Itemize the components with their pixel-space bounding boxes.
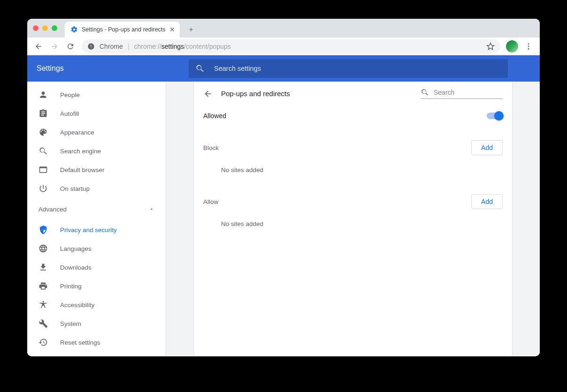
address-bar[interactable]: Chrome | chrome://settings/content/popup… [82,39,500,53]
svg-point-1 [528,45,529,47]
allow-empty-text: No sites added [194,214,512,236]
profile-avatar[interactable] [506,40,518,53]
content-panel: Pop-ups and redirects Allowed B [193,82,513,356]
sidebar-item-default-browser[interactable]: Default browser [27,160,166,179]
sidebar-item-label: System [60,320,81,327]
close-window-button[interactable] [33,25,38,31]
sidebar-item-printing[interactable]: Printing [27,277,166,295]
sidebar-item-label: Autofill [60,110,79,117]
new-tab-button[interactable] [184,23,198,36]
app-title: Settings [37,64,64,73]
tab-strip: Settings - Pop-ups and redirects ✕ [27,19,540,38]
search-icon [195,64,205,73]
restore-icon [38,338,48,347]
sidebar-item-label: People [60,91,80,98]
download-icon [38,263,48,272]
clipboard-icon [38,109,48,118]
page-search-input[interactable] [433,88,517,97]
wrench-icon [38,319,48,328]
browser-tab[interactable]: Settings - Pop-ups and redirects ✕ [65,22,180,38]
power-icon [38,184,48,193]
svg-point-0 [528,43,529,45]
search-icon [38,146,48,156]
sidebar-item-languages[interactable]: Languages [27,239,166,258]
content-wrap: Pop-ups and redirects Allowed B [166,82,540,356]
palette-icon [38,128,48,137]
site-info-icon[interactable] [87,43,95,50]
sidebar-item-label: Reset settings [60,339,100,346]
allowed-label: Allowed [203,112,226,120]
bookmark-star-icon[interactable] [486,42,495,51]
globe-icon [38,244,48,253]
person-icon [38,90,48,99]
settings-header: Settings [27,55,540,82]
sidebar: People Autofill Appearance Search engine… [27,82,166,356]
browser-window: Settings - Pop-ups and redirects ✕ Chrom… [27,19,540,356]
sidebar-item-on-startup[interactable]: On startup [27,179,166,198]
search-icon [421,88,429,97]
sidebar-item-downloads[interactable]: Downloads [27,258,166,277]
forward-button[interactable] [47,39,62,54]
header-search-input[interactable] [213,64,501,73]
sidebar-item-label: On startup [60,185,90,192]
sidebar-item-autofill[interactable]: Autofill [27,104,166,123]
menu-button[interactable] [521,39,536,54]
chevron-up-icon [149,206,154,212]
window-controls [33,25,57,31]
sidebar-item-label: Appearance [60,129,94,136]
allow-add-button[interactable]: Add [471,194,503,209]
sidebar-item-appearance[interactable]: Appearance [27,123,166,142]
tab-title: Settings - Pop-ups and redirects [82,26,166,33]
sidebar-item-people[interactable]: People [27,85,166,104]
reload-button[interactable] [63,39,78,54]
close-tab-button[interactable]: ✕ [169,26,175,33]
sidebar-item-label: Downloads [60,264,92,271]
sidebar-item-label: Printing [60,283,82,290]
sidebar-item-label: Default browser [60,166,105,173]
page-search[interactable] [421,88,503,99]
allow-label: Allow [203,198,218,205]
accessibility-icon [38,300,48,309]
sidebar-item-label: Search engine [60,148,101,155]
allowed-toggle[interactable] [487,113,503,119]
sidebar-item-search-engine[interactable]: Search engine [27,142,166,160]
sidebar-advanced-toggle[interactable]: Advanced [27,198,166,220]
sidebar-item-system[interactable]: System [27,314,166,333]
block-add-button[interactable]: Add [471,140,503,155]
minimize-window-button[interactable] [42,25,48,31]
toggle-knob [494,111,504,121]
sidebar-item-label: Accessibility [60,302,95,309]
app-body: People Autofill Appearance Search engine… [27,82,540,356]
allowed-row: Allowed [194,104,512,128]
printer-icon [38,281,48,291]
block-label: Block [203,144,219,151]
back-arrow-button[interactable] [203,89,213,98]
gear-icon [70,26,78,33]
sidebar-item-label: Languages [60,245,92,252]
svg-point-2 [528,48,529,49]
fullscreen-window-button[interactable] [52,25,57,31]
page-title: Pop-ups and redirects [221,90,290,98]
back-button[interactable] [31,39,46,54]
content-header: Pop-ups and redirects [194,82,512,104]
header-search[interactable] [189,59,508,78]
omnibox-url: chrome://settings/content/popups [134,43,230,50]
allow-section-header: Allow Add [194,189,512,214]
browser-toolbar: Chrome | chrome://settings/content/popup… [27,38,540,55]
sidebar-item-reset-settings[interactable]: Reset settings [27,333,166,352]
sidebar-item-label: Privacy and security [60,226,117,234]
browser-icon [38,165,48,174]
block-section-header: Block Add [194,136,512,160]
sidebar-item-accessibility[interactable]: Accessibility [27,295,166,314]
shield-icon [38,225,48,234]
block-empty-text: No sites added [194,160,512,182]
advanced-label: Advanced [38,206,67,213]
omnibox-host: Chrome [100,43,123,50]
sidebar-item-privacy-security[interactable]: Privacy and security [27,220,166,239]
